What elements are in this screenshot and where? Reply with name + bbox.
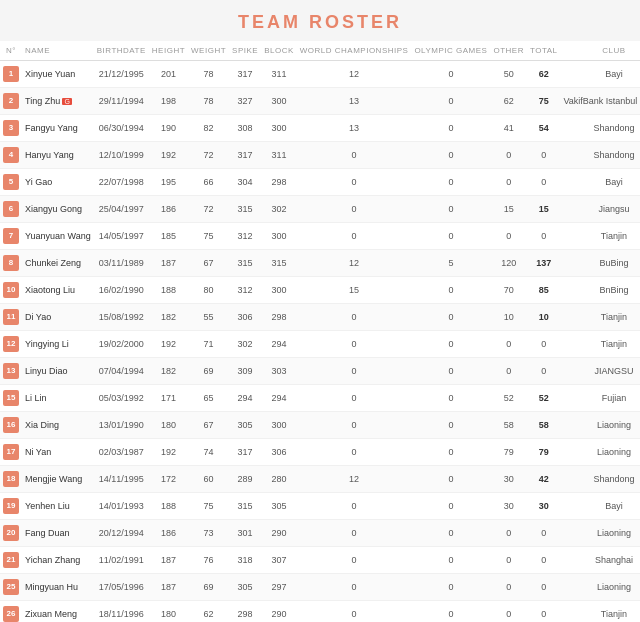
spike: 305 bbox=[229, 412, 261, 439]
club: Bayi bbox=[560, 493, 640, 520]
birthdate: 29/11/1994 bbox=[94, 88, 149, 115]
club: VakifBank Istanbul (TUR) bbox=[560, 88, 640, 115]
player-name: Zixuan Meng bbox=[22, 601, 94, 623]
row-number: 8 bbox=[0, 250, 22, 277]
olympic-games: 0 bbox=[411, 277, 490, 304]
player-name: Yichan Zhang bbox=[22, 547, 94, 574]
weight: 67 bbox=[188, 250, 229, 277]
birthdate: 21/12/1995 bbox=[94, 61, 149, 88]
player-name: Ni Yan bbox=[22, 439, 94, 466]
club: Tianjin bbox=[560, 304, 640, 331]
olympic-games: 0 bbox=[411, 439, 490, 466]
row-number: 7 bbox=[0, 223, 22, 250]
block: 294 bbox=[261, 331, 297, 358]
world-champs: 0 bbox=[297, 196, 412, 223]
table-row: 3Fangyu Yang06/30/1994190823083001304154… bbox=[0, 115, 640, 142]
spike: 312 bbox=[229, 277, 261, 304]
block: 280 bbox=[261, 466, 297, 493]
world-champs: 0 bbox=[297, 142, 412, 169]
total: 52 bbox=[527, 385, 561, 412]
table-row: 8Chunkei Zeng03/11/198918767315315125120… bbox=[0, 250, 640, 277]
weight: 71 bbox=[188, 331, 229, 358]
table-header: N°NAMEBIRTHDATEHEIGHTWEIGHTSPIKEBLOCKWOR… bbox=[0, 41, 640, 61]
other: 52 bbox=[490, 385, 527, 412]
other: 0 bbox=[490, 520, 527, 547]
weight: 80 bbox=[188, 277, 229, 304]
height: 188 bbox=[149, 493, 188, 520]
roster-table: N°NAMEBIRTHDATEHEIGHTWEIGHTSPIKEBLOCKWOR… bbox=[0, 41, 640, 622]
club: Jiangsu bbox=[560, 196, 640, 223]
spike: 298 bbox=[229, 601, 261, 623]
birthdate: 03/11/1989 bbox=[94, 250, 149, 277]
row-number: 26 bbox=[0, 601, 22, 623]
spike: 317 bbox=[229, 61, 261, 88]
birthdate: 18/11/1996 bbox=[94, 601, 149, 623]
world-champs: 0 bbox=[297, 331, 412, 358]
block: 307 bbox=[261, 547, 297, 574]
total: 10 bbox=[527, 304, 561, 331]
birthdate: 14/01/1993 bbox=[94, 493, 149, 520]
olympic-games: 5 bbox=[411, 250, 490, 277]
player-name: Yenhen Liu bbox=[22, 493, 94, 520]
spike: 315 bbox=[229, 250, 261, 277]
total: 0 bbox=[527, 574, 561, 601]
total: 0 bbox=[527, 142, 561, 169]
block: 297 bbox=[261, 574, 297, 601]
table-row: 7Yuanyuan Wang14/05/1997185753123000000T… bbox=[0, 223, 640, 250]
weight: 78 bbox=[188, 61, 229, 88]
row-number: 13 bbox=[0, 358, 22, 385]
table-row: 25Mingyuan Hu17/05/1996187693052970000Li… bbox=[0, 574, 640, 601]
world-champs: 12 bbox=[297, 466, 412, 493]
world-champs: 0 bbox=[297, 439, 412, 466]
total: 0 bbox=[527, 331, 561, 358]
col-header-total: TOTAL bbox=[527, 41, 561, 61]
olympic-games: 0 bbox=[411, 196, 490, 223]
total: 0 bbox=[527, 169, 561, 196]
club: Shanghai bbox=[560, 547, 640, 574]
spike: 306 bbox=[229, 304, 261, 331]
table-body: 1Xinyue Yuan21/12/1995201783173111205062… bbox=[0, 61, 640, 623]
olympic-games: 0 bbox=[411, 466, 490, 493]
birthdate: 07/04/1994 bbox=[94, 358, 149, 385]
club: BnBing bbox=[560, 277, 640, 304]
col-header-block: BLOCK bbox=[261, 41, 297, 61]
row-number: 21 bbox=[0, 547, 22, 574]
height: 172 bbox=[149, 466, 188, 493]
other: 79 bbox=[490, 439, 527, 466]
total: 62 bbox=[527, 61, 561, 88]
olympic-games: 0 bbox=[411, 142, 490, 169]
table-row: 20Fang Duan20/12/1994186733012900000Liao… bbox=[0, 520, 640, 547]
total: 0 bbox=[527, 358, 561, 385]
other: 0 bbox=[490, 169, 527, 196]
height: 182 bbox=[149, 304, 188, 331]
row-number: 20 bbox=[0, 520, 22, 547]
player-name: Mingyuan Hu bbox=[22, 574, 94, 601]
table-row: 26Zixuan Meng18/11/1996180622982900000Ti… bbox=[0, 601, 640, 623]
birthdate: 12/10/1999 bbox=[94, 142, 149, 169]
player-name: Mengjie Wang bbox=[22, 466, 94, 493]
player-name: Fangyu Yang bbox=[22, 115, 94, 142]
player-name: Yuanyuan Wang bbox=[22, 223, 94, 250]
birthdate: 14/05/1997 bbox=[94, 223, 149, 250]
row-number: 18 bbox=[0, 466, 22, 493]
olympic-games: 0 bbox=[411, 574, 490, 601]
spike: 301 bbox=[229, 520, 261, 547]
weight: 69 bbox=[188, 358, 229, 385]
row-number: 4 bbox=[0, 142, 22, 169]
weight: 65 bbox=[188, 385, 229, 412]
weight: 82 bbox=[188, 115, 229, 142]
table-row: 12Yingying Li19/02/2000192713022940000Ti… bbox=[0, 331, 640, 358]
other: 0 bbox=[490, 601, 527, 623]
birthdate: 06/30/1994 bbox=[94, 115, 149, 142]
table-row: 2Ting ZhuG29/11/1994198783273001306275Va… bbox=[0, 88, 640, 115]
world-champs: 0 bbox=[297, 304, 412, 331]
olympic-games: 0 bbox=[411, 385, 490, 412]
col-header-world-championships: WORLD CHAMPIONSHIPS bbox=[297, 41, 412, 61]
spike: 294 bbox=[229, 385, 261, 412]
world-champs: 13 bbox=[297, 115, 412, 142]
height: 201 bbox=[149, 61, 188, 88]
birthdate: 02/03/1987 bbox=[94, 439, 149, 466]
birthdate: 22/07/1998 bbox=[94, 169, 149, 196]
table-row: 19Yenhen Liu14/01/199318875315305003030B… bbox=[0, 493, 640, 520]
table-row: 11Di Yao15/08/199218255306298001010Tianj… bbox=[0, 304, 640, 331]
